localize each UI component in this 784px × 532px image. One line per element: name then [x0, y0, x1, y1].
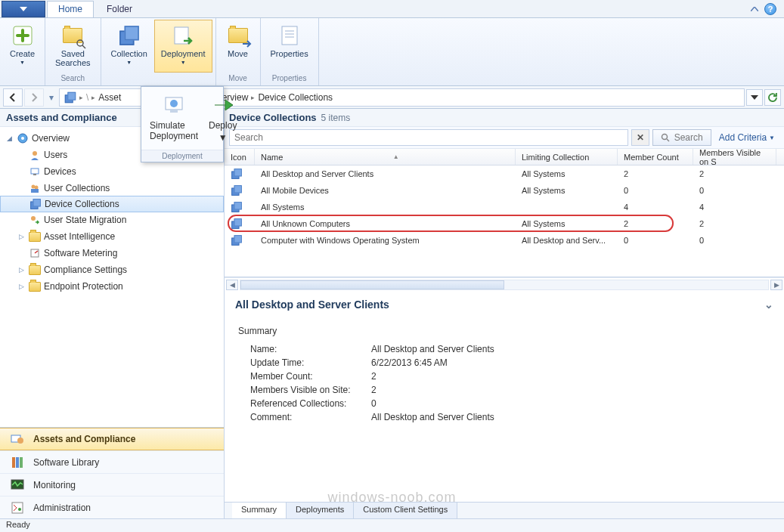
- table-row[interactable]: All Systems 4 4: [225, 199, 784, 215]
- tree-endpoint-protection[interactable]: ▷ Endpoint Protection: [0, 278, 224, 295]
- assets-icon: [9, 431, 26, 447]
- twisty-icon[interactable]: ◢: [5, 135, 14, 142]
- col-name[interactable]: Name▲: [255, 149, 516, 165]
- search-button[interactable]: Search: [652, 129, 711, 146]
- properties-icon: [277, 23, 302, 48]
- collection-icon: [231, 169, 242, 179]
- forward-button[interactable]: [24, 88, 44, 107]
- nav-software-library[interactable]: Software Library: [0, 450, 224, 473]
- row-count: 0: [618, 236, 693, 245]
- table-row[interactable]: All Unknown Computers All Systems 2 2: [225, 215, 784, 232]
- content-count: 5 items: [321, 113, 351, 123]
- chevron-down-icon: ▼: [20, 60, 25, 65]
- row-limiting: All Systems: [516, 169, 618, 178]
- kv-visible-value: 2: [371, 385, 377, 395]
- svg-point-19: [31, 216, 36, 221]
- scroll-right-button[interactable]: ▶: [770, 280, 782, 290]
- col-member-count[interactable]: Member Count: [618, 149, 693, 165]
- addr-dropdown-button[interactable]: [746, 89, 763, 106]
- scroll-thumb[interactable]: [240, 280, 504, 289]
- nav-administration[interactable]: Administration: [0, 496, 224, 518]
- kv-ref-label: Referenced Collections:: [250, 398, 371, 409]
- detail-title: All Desktop and Server Clients: [235, 298, 389, 311]
- svg-rect-9: [170, 110, 178, 113]
- migration-icon: [29, 214, 41, 226]
- svg-rect-24: [16, 457, 19, 468]
- deployment-button[interactable]: Deployment ▼: [154, 20, 212, 73]
- chevron-down-icon: ▼: [181, 60, 186, 65]
- saved-searches-icon: [60, 23, 85, 48]
- devices-icon: [29, 165, 41, 178]
- deploy-button[interactable]: Deploy ▼: [203, 90, 242, 147]
- history-dropdown[interactable]: ▾: [45, 88, 57, 107]
- tree-software-metering[interactable]: Software Metering: [0, 245, 224, 261]
- tree-compliance-settings[interactable]: ▷ Compliance Settings: [0, 261, 224, 278]
- tree-user-state-migration[interactable]: User State Migration: [0, 212, 224, 228]
- detail-tab-custom[interactable]: Custom Client Settings: [354, 502, 457, 518]
- collection-button[interactable]: Collection ▼: [104, 20, 154, 73]
- collection-label: Collection: [111, 49, 147, 58]
- svg-rect-23: [12, 457, 15, 468]
- twisty-icon[interactable]: ▷: [17, 266, 26, 274]
- twisty-icon[interactable]: ▷: [17, 233, 26, 240]
- tree-devices[interactable]: Devices: [0, 163, 224, 180]
- col-icon[interactable]: Icon: [225, 149, 255, 165]
- add-criteria-button[interactable]: Add Criteria ▼: [714, 132, 779, 143]
- clear-search-button[interactable]: ✕: [631, 129, 649, 146]
- kv-name-label: Name:: [250, 344, 371, 354]
- sidebar: Assets and Compliance ◢ Overview Users D…: [0, 109, 225, 518]
- refresh-button[interactable]: [764, 89, 781, 106]
- tab-folder[interactable]: Folder: [95, 1, 144, 17]
- horizontal-scrollbar[interactable]: ◀ ▶: [225, 277, 784, 291]
- simulate-deployment-button[interactable]: Simulate Deployment: [144, 90, 203, 147]
- search-icon: [661, 133, 670, 142]
- tree-asset-intelligence[interactable]: ▷ Asset Intelligence: [0, 228, 224, 245]
- help-icon[interactable]: ?: [764, 3, 776, 15]
- create-button[interactable]: Create ▼: [3, 20, 42, 73]
- address-bar: ▾ ▸ \ ▸ Asset Overview ▸ Device Collecti…: [0, 86, 784, 109]
- nav-monitoring[interactable]: Monitoring: [0, 473, 224, 496]
- svg-point-1: [77, 40, 83, 46]
- table-row[interactable]: Computer with Windows Operating System A…: [225, 232, 784, 249]
- row-count: 4: [618, 203, 693, 212]
- search-input[interactable]: [229, 129, 628, 146]
- scroll-track[interactable]: [240, 280, 769, 290]
- svg-line-30: [667, 139, 669, 141]
- collapse-detail-button[interactable]: ⌄: [764, 298, 773, 311]
- tab-home[interactable]: Home: [47, 1, 94, 17]
- scroll-left-button[interactable]: ◀: [226, 280, 238, 290]
- svg-rect-15: [33, 174, 36, 175]
- collection-icon: [231, 185, 242, 196]
- col-limiting[interactable]: Limiting Collection: [516, 149, 618, 165]
- chevron-down-icon: ▼: [126, 60, 132, 65]
- col-members-visible[interactable]: Members Visible on S: [693, 149, 776, 165]
- saved-searches-button[interactable]: Saved Searches: [48, 20, 97, 73]
- ribbon-group-search-label: Search: [48, 73, 97, 84]
- svg-rect-14: [31, 169, 39, 174]
- folder-icon: [29, 264, 41, 276]
- breadcrumb-current[interactable]: Device Collections: [258, 92, 333, 103]
- row-visible: 0: [693, 186, 776, 195]
- tree-device-collections[interactable]: Device Collections: [0, 196, 224, 212]
- collection-icon: [117, 23, 141, 48]
- nav-assets-compliance[interactable]: Assets and Compliance: [0, 428, 224, 450]
- table-row[interactable]: All Desktop and Server Clients All Syste…: [225, 165, 784, 182]
- minimize-ribbon-button[interactable]: [749, 4, 760, 14]
- back-button[interactable]: [3, 88, 23, 107]
- twisty-icon[interactable]: ▷: [17, 283, 26, 290]
- tree-user-collections[interactable]: User Collections: [0, 180, 224, 196]
- detail-tab-deployments[interactable]: Deployments: [287, 502, 354, 518]
- properties-button[interactable]: Properties: [264, 20, 315, 73]
- chevron-down-icon: ▼: [218, 132, 228, 143]
- breadcrumb-root[interactable]: Asset: [98, 92, 121, 103]
- content-area: Device Collections 5 items ✕ Search Add …: [225, 109, 784, 518]
- detail-tab-summary[interactable]: Summary: [232, 502, 287, 518]
- deployment-icon: [171, 23, 195, 48]
- app-menu-button[interactable]: [2, 1, 45, 17]
- row-visible: 0: [693, 236, 776, 245]
- folder-icon: [29, 230, 41, 243]
- svg-rect-25: [20, 457, 23, 468]
- table-row[interactable]: All Mobile Devices All Systems 0 0: [225, 182, 784, 199]
- move-button[interactable]: Move: [219, 20, 257, 73]
- kv-name-value: All Desktop and Server Clients: [371, 344, 494, 354]
